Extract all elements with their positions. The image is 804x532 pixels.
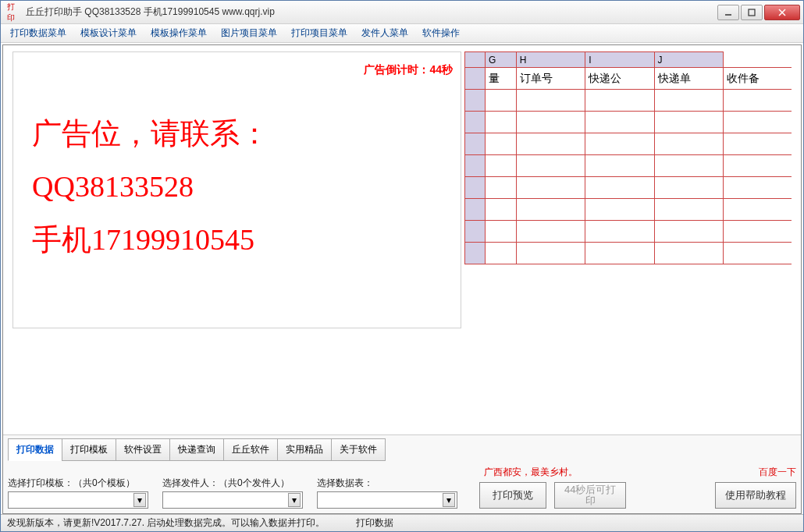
grid-cell[interactable] — [723, 155, 792, 177]
row-header[interactable] — [465, 112, 486, 133]
grid-cell[interactable] — [486, 221, 517, 243]
print-button[interactable]: 44秒后可打印 — [554, 482, 626, 509]
table-combo[interactable]: ▾ — [317, 491, 457, 509]
grid-label[interactable]: 快递单 — [654, 68, 723, 90]
ad-line3: 手机17199910545 — [32, 213, 269, 266]
chevron-down-icon: ▾ — [288, 493, 301, 507]
grid-cell[interactable] — [516, 155, 585, 177]
grid-cell[interactable] — [654, 221, 723, 243]
col-header[interactable]: J — [654, 52, 723, 68]
grid-cell[interactable] — [516, 112, 585, 133]
grid-cell[interactable] — [486, 133, 517, 155]
status-right: 打印数据 — [356, 516, 393, 530]
grid-cell[interactable] — [585, 221, 654, 243]
grid-cell[interactable] — [654, 90, 723, 112]
grid-cell[interactable] — [723, 90, 792, 112]
baidu-link[interactable]: 百度一下 — [715, 466, 796, 479]
grid-cell[interactable] — [723, 199, 792, 221]
grid-label[interactable]: 量 — [486, 68, 517, 90]
grid-cell[interactable] — [723, 133, 792, 155]
grid-cell[interactable] — [516, 177, 585, 199]
row-header[interactable] — [465, 133, 486, 155]
controls-row: 选择打印模板：（共0个模板） ▾ 选择发件人：（共0个发件人） ▾ 选择数据表：… — [8, 466, 796, 509]
grid-cell[interactable] — [654, 133, 723, 155]
maximize-button[interactable] — [741, 5, 763, 20]
statusbar: 发现新版本，请更新!V2017.7.27. 启动处理数据完成。可以输入数据并打印… — [1, 514, 803, 531]
grid-cell[interactable] — [486, 112, 517, 133]
minimize-button[interactable] — [717, 5, 739, 20]
content-area: 广告倒计时：44秒 广告位，请联系： QQ38133528 手机17199910… — [3, 45, 801, 434]
table-selector-group: 选择数据表： ▾ — [317, 477, 457, 509]
menu-template-ops[interactable]: 模板操作菜单 — [144, 24, 213, 42]
template-combo[interactable]: ▾ — [8, 491, 148, 509]
grid-cell[interactable] — [516, 243, 585, 264]
ad-line2: QQ38133528 — [32, 160, 269, 213]
tab-useful[interactable]: 实用精品 — [277, 438, 332, 461]
tab-software-settings[interactable]: 软件设置 — [116, 438, 170, 461]
grid-cell[interactable] — [486, 177, 517, 199]
tab-print-data[interactable]: 打印数据 — [8, 438, 62, 461]
grid-cell[interactable] — [516, 199, 585, 221]
row-header[interactable] — [465, 68, 486, 90]
grid-cell[interactable] — [585, 243, 654, 264]
menu-print-items[interactable]: 打印项目菜单 — [285, 24, 354, 42]
row-header[interactable] — [465, 177, 486, 199]
row-header[interactable] — [465, 243, 486, 264]
menu-image-items[interactable]: 图片项目菜单 — [215, 24, 283, 42]
tab-print-template[interactable]: 打印模板 — [62, 438, 116, 461]
grid-cell[interactable] — [516, 221, 585, 243]
row-header[interactable] — [465, 199, 486, 221]
menu-print-data[interactable]: 打印数据菜单 — [4, 24, 73, 42]
grid-cell[interactable] — [654, 243, 723, 264]
col-header[interactable]: H — [516, 52, 585, 68]
grid-cell[interactable] — [654, 177, 723, 199]
grid-cell[interactable] — [585, 177, 654, 199]
status-left: 发现新版本，请更新!V2017.7.27. 启动处理数据完成。可以输入数据并打印… — [7, 516, 325, 530]
grid-cell[interactable] — [486, 243, 517, 264]
grid-label[interactable]: 订单号 — [516, 68, 585, 90]
row-header[interactable] — [465, 155, 486, 177]
grid-cell[interactable] — [516, 133, 585, 155]
tabs: 打印数据 打印模板 软件设置 快递查询 丘丘软件 实用精品 关于软件 — [8, 438, 796, 461]
row-header[interactable] — [465, 221, 486, 243]
grid-label[interactable]: 快递公 — [585, 68, 654, 90]
row-header[interactable] — [465, 90, 486, 112]
grid-cell[interactable] — [654, 112, 723, 133]
grid-cell[interactable] — [585, 199, 654, 221]
template-label: 选择打印模板：（共0个模板） — [8, 477, 148, 490]
grid-cell[interactable] — [723, 221, 792, 243]
data-grid[interactable]: G H I J 量 订单号 快递公 快递单 收件备 — [464, 51, 792, 264]
svg-rect-1 — [749, 9, 755, 16]
grid-cell[interactable] — [486, 199, 517, 221]
menu-sender[interactable]: 发件人菜单 — [355, 24, 414, 42]
grid-cell[interactable] — [723, 177, 792, 199]
window-title: 丘丘打印助手 QQ38133528 手机17199910545 www.qqrj… — [23, 5, 717, 19]
grid-cell[interactable] — [486, 90, 517, 112]
grid-corner[interactable] — [465, 52, 486, 68]
tab-about[interactable]: 关于软件 — [331, 438, 386, 461]
tab-qiuqiu-software[interactable]: 丘丘软件 — [223, 438, 278, 461]
menu-template-design[interactable]: 模板设计菜单 — [74, 24, 143, 42]
col-header[interactable]: G — [486, 52, 517, 68]
grid-cell[interactable] — [723, 112, 792, 133]
sender-combo[interactable]: ▾ — [162, 491, 303, 509]
grid-cell[interactable] — [654, 155, 723, 177]
grid-cell[interactable] — [585, 112, 654, 133]
menu-software-ops[interactable]: 软件操作 — [416, 24, 466, 42]
help-button[interactable]: 使用帮助教程 — [715, 482, 796, 509]
grid-cell[interactable] — [654, 199, 723, 221]
close-button[interactable] — [764, 5, 800, 20]
grid-cell[interactable] — [585, 155, 654, 177]
grid-cell[interactable] — [723, 243, 792, 264]
grid-cell[interactable] — [585, 90, 654, 112]
chevron-down-icon: ▾ — [133, 493, 146, 507]
tab-express-query[interactable]: 快递查询 — [169, 438, 224, 461]
col-header[interactable]: I — [585, 52, 654, 68]
grid-cell[interactable] — [486, 155, 517, 177]
app-icon: 打印 — [7, 6, 20, 19]
preview-button[interactable]: 打印预览 — [479, 482, 546, 509]
grid-cell[interactable] — [516, 90, 585, 112]
client-area: 广告倒计时：44秒 广告位，请联系： QQ38133528 手机17199910… — [2, 44, 802, 514]
grid-cell[interactable] — [585, 133, 654, 155]
grid-label[interactable]: 收件备 — [723, 68, 792, 90]
